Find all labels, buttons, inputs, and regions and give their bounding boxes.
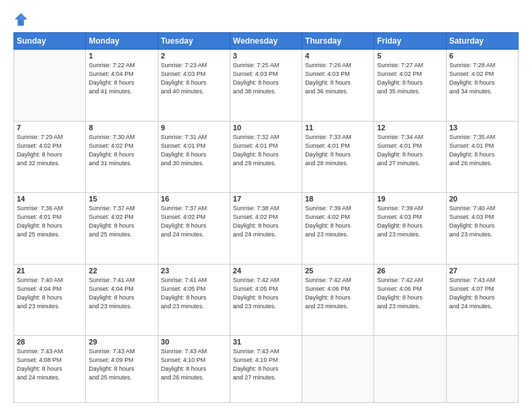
day-info: Sunrise: 7:42 AMSunset: 4:05 PMDaylight:… — [233, 276, 299, 311]
calendar-cell: 7Sunrise: 7:29 AMSunset: 4:02 PMDaylight… — [14, 121, 86, 193]
calendar-cell: 1Sunrise: 7:22 AMSunset: 4:04 PMDaylight… — [86, 50, 158, 122]
calendar-cell: 17Sunrise: 7:38 AMSunset: 4:02 PMDayligh… — [230, 193, 302, 265]
calendar-table: SundayMondayTuesdayWednesdayThursdayFrid… — [13, 32, 519, 403]
day-number: 18 — [305, 195, 371, 203]
calendar-cell: 5Sunrise: 7:27 AMSunset: 4:02 PMDaylight… — [374, 50, 446, 122]
day-info: Sunrise: 7:43 AMSunset: 4:07 PMDaylight:… — [449, 276, 515, 311]
day-number: 15 — [89, 195, 154, 203]
day-number: 21 — [17, 267, 83, 275]
calendar-cell: 6Sunrise: 7:28 AMSunset: 4:02 PMDaylight… — [446, 50, 518, 122]
day-number: 7 — [17, 124, 83, 132]
day-info: Sunrise: 7:42 AMSunset: 4:06 PMDaylight:… — [377, 276, 443, 311]
day-info: Sunrise: 7:27 AMSunset: 4:02 PMDaylight:… — [377, 61, 443, 96]
day-info: Sunrise: 7:35 AMSunset: 4:01 PMDaylight:… — [449, 133, 515, 168]
day-number: 9 — [161, 124, 227, 132]
header — [13, 12, 519, 27]
logo-icon — [13, 12, 28, 27]
calendar-cell: 13Sunrise: 7:35 AMSunset: 4:01 PMDayligh… — [446, 121, 518, 193]
calendar-cell: 11Sunrise: 7:33 AMSunset: 4:01 PMDayligh… — [302, 121, 374, 193]
day-of-week-header: Thursday — [302, 33, 374, 50]
day-info: Sunrise: 7:30 AMSunset: 4:02 PMDaylight:… — [89, 133, 154, 168]
calendar-cell: 27Sunrise: 7:43 AMSunset: 4:07 PMDayligh… — [446, 264, 518, 336]
day-info: Sunrise: 7:39 AMSunset: 4:03 PMDaylight:… — [377, 204, 443, 239]
day-info: Sunrise: 7:39 AMSunset: 4:02 PMDaylight:… — [305, 204, 371, 239]
day-info: Sunrise: 7:37 AMSunset: 4:02 PMDaylight:… — [89, 204, 154, 239]
day-number: 19 — [377, 195, 443, 203]
day-info: Sunrise: 7:43 AMSunset: 4:10 PMDaylight:… — [233, 347, 299, 382]
calendar-cell: 8Sunrise: 7:30 AMSunset: 4:02 PMDaylight… — [86, 121, 158, 193]
day-number: 17 — [233, 195, 299, 203]
calendar-week-row: 14Sunrise: 7:36 AMSunset: 4:01 PMDayligh… — [14, 193, 519, 265]
day-of-week-header: Monday — [86, 33, 158, 50]
calendar-cell: 10Sunrise: 7:32 AMSunset: 4:01 PMDayligh… — [230, 121, 302, 193]
day-number: 3 — [233, 52, 299, 60]
day-number: 12 — [377, 124, 443, 132]
day-number: 8 — [89, 124, 154, 132]
calendar-cell — [374, 336, 446, 403]
calendar-cell: 21Sunrise: 7:40 AMSunset: 4:04 PMDayligh… — [14, 264, 86, 336]
day-of-week-header: Friday — [374, 33, 446, 50]
day-number: 10 — [233, 124, 299, 132]
day-number: 29 — [89, 338, 154, 346]
calendar-cell: 31Sunrise: 7:43 AMSunset: 4:10 PMDayligh… — [230, 336, 302, 403]
day-info: Sunrise: 7:32 AMSunset: 4:01 PMDaylight:… — [233, 133, 299, 168]
calendar-cell: 3Sunrise: 7:25 AMSunset: 4:03 PMDaylight… — [230, 50, 302, 122]
calendar-week-row: 21Sunrise: 7:40 AMSunset: 4:04 PMDayligh… — [14, 264, 519, 336]
day-number: 24 — [233, 267, 299, 275]
day-info: Sunrise: 7:43 AMSunset: 4:08 PMDaylight:… — [17, 347, 83, 382]
calendar-cell: 25Sunrise: 7:42 AMSunset: 4:06 PMDayligh… — [302, 264, 374, 336]
day-info: Sunrise: 7:29 AMSunset: 4:02 PMDaylight:… — [17, 133, 83, 168]
calendar-cell: 29Sunrise: 7:43 AMSunset: 4:09 PMDayligh… — [86, 336, 158, 403]
calendar-cell: 12Sunrise: 7:34 AMSunset: 4:01 PMDayligh… — [374, 121, 446, 193]
day-info: Sunrise: 7:40 AMSunset: 4:04 PMDaylight:… — [17, 276, 83, 311]
day-info: Sunrise: 7:33 AMSunset: 4:01 PMDaylight:… — [305, 133, 371, 168]
calendar-week-row: 7Sunrise: 7:29 AMSunset: 4:02 PMDaylight… — [14, 121, 519, 193]
day-info: Sunrise: 7:28 AMSunset: 4:02 PMDaylight:… — [449, 61, 515, 96]
day-number: 20 — [449, 195, 515, 203]
day-number: 11 — [305, 124, 371, 132]
day-info: Sunrise: 7:41 AMSunset: 4:04 PMDaylight:… — [89, 276, 154, 311]
calendar-cell: 30Sunrise: 7:43 AMSunset: 4:10 PMDayligh… — [158, 336, 230, 403]
day-of-week-header: Sunday — [14, 33, 86, 50]
calendar-cell: 18Sunrise: 7:39 AMSunset: 4:02 PMDayligh… — [302, 193, 374, 265]
calendar-cell: 14Sunrise: 7:36 AMSunset: 4:01 PMDayligh… — [14, 193, 86, 265]
day-info: Sunrise: 7:37 AMSunset: 4:02 PMDaylight:… — [161, 204, 227, 239]
calendar-cell — [446, 336, 518, 403]
day-number: 14 — [17, 195, 83, 203]
calendar-cell: 20Sunrise: 7:40 AMSunset: 4:03 PMDayligh… — [446, 193, 518, 265]
calendar-cell: 26Sunrise: 7:42 AMSunset: 4:06 PMDayligh… — [374, 264, 446, 336]
day-number: 27 — [449, 267, 515, 275]
day-number: 13 — [449, 124, 515, 132]
calendar-cell: 15Sunrise: 7:37 AMSunset: 4:02 PMDayligh… — [86, 193, 158, 265]
day-info: Sunrise: 7:31 AMSunset: 4:01 PMDaylight:… — [161, 133, 227, 168]
calendar-cell: 24Sunrise: 7:42 AMSunset: 4:05 PMDayligh… — [230, 264, 302, 336]
day-info: Sunrise: 7:36 AMSunset: 4:01 PMDaylight:… — [17, 204, 83, 239]
day-number: 16 — [161, 195, 227, 203]
logo — [13, 12, 31, 27]
day-info: Sunrise: 7:41 AMSunset: 4:05 PMDaylight:… — [161, 276, 227, 311]
day-info: Sunrise: 7:22 AMSunset: 4:04 PMDaylight:… — [89, 61, 154, 96]
day-number: 4 — [305, 52, 371, 60]
day-of-week-header: Saturday — [446, 33, 518, 50]
day-info: Sunrise: 7:40 AMSunset: 4:03 PMDaylight:… — [449, 204, 515, 239]
day-number: 2 — [161, 52, 227, 60]
calendar-cell: 16Sunrise: 7:37 AMSunset: 4:02 PMDayligh… — [158, 193, 230, 265]
calendar-header-row: SundayMondayTuesdayWednesdayThursdayFrid… — [14, 33, 519, 50]
day-info: Sunrise: 7:38 AMSunset: 4:02 PMDaylight:… — [233, 204, 299, 239]
calendar-cell: 19Sunrise: 7:39 AMSunset: 4:03 PMDayligh… — [374, 193, 446, 265]
day-info: Sunrise: 7:25 AMSunset: 4:03 PMDaylight:… — [233, 61, 299, 96]
calendar-week-row: 1Sunrise: 7:22 AMSunset: 4:04 PMDaylight… — [14, 50, 519, 122]
day-info: Sunrise: 7:34 AMSunset: 4:01 PMDaylight:… — [377, 133, 443, 168]
calendar-cell: 22Sunrise: 7:41 AMSunset: 4:04 PMDayligh… — [86, 264, 158, 336]
day-number: 26 — [377, 267, 443, 275]
day-info: Sunrise: 7:43 AMSunset: 4:10 PMDaylight:… — [161, 347, 227, 382]
day-number: 25 — [305, 267, 371, 275]
day-info: Sunrise: 7:26 AMSunset: 4:03 PMDaylight:… — [305, 61, 371, 96]
calendar-cell: 9Sunrise: 7:31 AMSunset: 4:01 PMDaylight… — [158, 121, 230, 193]
day-number: 23 — [161, 267, 227, 275]
day-of-week-header: Wednesday — [230, 33, 302, 50]
day-info: Sunrise: 7:42 AMSunset: 4:06 PMDaylight:… — [305, 276, 371, 311]
day-number: 22 — [89, 267, 154, 275]
day-of-week-header: Tuesday — [158, 33, 230, 50]
calendar-cell — [302, 336, 374, 403]
